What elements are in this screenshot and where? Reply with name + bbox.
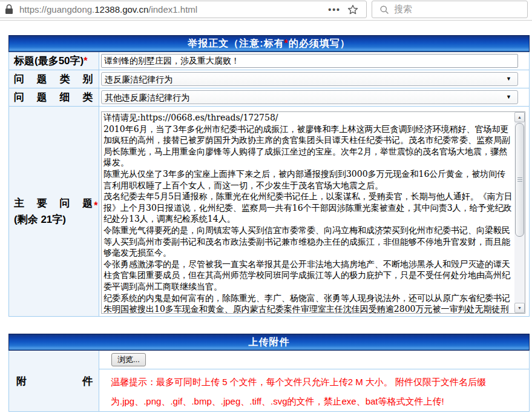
main-issue-label: 主 要 问 题: [9, 196, 93, 210]
attachment-label: 附: [16, 374, 27, 388]
subcategory-label: 问 题 细 类: [9, 90, 93, 104]
main-issue-label-cell: 主 要 问 题* (剩余 21字): [9, 107, 99, 316]
category-row: 问 题 类 别 违反廉洁纪律行为 ▼: [9, 70, 529, 88]
subcategory-label-cell: 问 题 细 类: [9, 88, 99, 106]
main-issue-content-cell: 详情请见:https://0668.es/threads/172758/ 201…: [99, 107, 529, 316]
report-form-header: 举报正文（注意:标有 * 的必须填写）: [8, 35, 530, 52]
search-bar[interactable]: 搜索: [372, 1, 528, 18]
attachment-label-cell: 附 件: [9, 351, 99, 411]
title-label-cell: 标题(最多50字)*: [9, 52, 99, 70]
address-bar[interactable]: https://guangdong.12388.gov.cn/index1.ht…: [0, 1, 367, 18]
upload-tip-row: 温馨提示：最多可同时上传 5 个文件，每个文件只允许上传2 M 大小。 附件仅限…: [99, 369, 529, 411]
attachment-label: 件: [82, 374, 93, 388]
main-issue-textarea[interactable]: 详情请见:https://0668.es/threads/172758/ 201…: [102, 112, 514, 313]
header-text: 的必须填写）: [289, 38, 350, 50]
lock-icon: [5, 4, 13, 15]
file-picker-row: 浏览...: [99, 351, 529, 369]
main-issue-row: 主 要 问 题* (剩余 21字) 详情请见:https://0668.es/t…: [9, 107, 529, 316]
search-placeholder: 搜索: [394, 4, 412, 15]
required-star: *: [94, 200, 97, 211]
title-input[interactable]: [101, 54, 518, 68]
chars-remaining: (剩余 21字): [9, 213, 66, 226]
main-issue-textarea-frame: 详情请见:https://0668.es/threads/172758/ 201…: [101, 111, 525, 314]
textarea-scrollbar[interactable]: ▲ ▼: [514, 112, 525, 313]
scroll-up-icon[interactable]: ▲: [514, 112, 525, 122]
report-form-body: 标题(最多50字)* 问 题 类 别 违反廉洁纪律行为 ▼ 问 题 细: [8, 52, 530, 317]
title-label: 标题(最多50字): [9, 54, 84, 68]
category-label: 问 题 类 别: [9, 72, 93, 86]
title-row: 标题(最多50字)*: [9, 52, 529, 70]
upload-tip-text: 温馨提示：最多可同时上传 5 个文件，每个文件只允许上传2 M 大小。 附件仅限…: [111, 377, 486, 406]
attachment-row: 附 件 浏览... 温馨提示：最多可同时上传 5 个文件，每个文件只允许上传2 …: [9, 351, 529, 411]
browser-toolbar: https://guangdong.12388.gov.cn/index1.ht…: [0, 0, 532, 21]
title-content-cell: [99, 52, 529, 70]
url-scheme: https://guangdong.: [19, 4, 94, 15]
required-star: *: [84, 56, 87, 67]
subcategory-select[interactable]: 其他违反廉洁纪律行为: [101, 90, 518, 104]
scrollbar-thumb[interactable]: [515, 123, 524, 237]
browse-button[interactable]: 浏览...: [111, 353, 146, 366]
url-path: /index1.html: [148, 4, 197, 15]
scroll-down-icon[interactable]: ▼: [514, 303, 525, 313]
header-text: 举报正文（注意:标有: [188, 38, 284, 50]
page-actions-icon[interactable]: •••: [328, 5, 341, 15]
attachment-form: 上传附件 附 件 浏览... 温馨提示：最多可同时上传 5 个文件，每个文件只允…: [8, 334, 530, 412]
category-content-cell: 违反廉洁纪律行为 ▼: [99, 70, 529, 88]
search-icon: [379, 5, 389, 15]
attachment-form-header: 上传附件: [8, 334, 530, 351]
subcategory-content-cell: 其他违反廉洁纪律行为 ▼: [99, 88, 529, 106]
report-form: 举报正文（注意:标有 * 的必须填写） 标题(最多50字)* 问 题 类 别 违…: [8, 35, 530, 317]
thumb-grip: [517, 177, 522, 182]
attachment-form-body: 附 件 浏览... 温馨提示：最多可同时上传 5 个文件，每个文件只允许上传2 …: [8, 351, 530, 412]
url-text[interactable]: https://guangdong.12388.gov.cn/index1.ht…: [19, 4, 328, 15]
category-label-cell: 问 题 类 别: [9, 70, 99, 88]
required-star: *: [284, 38, 289, 49]
bookmark-star-icon[interactable]: [347, 4, 359, 16]
category-select[interactable]: 违反廉洁纪律行为: [101, 72, 518, 86]
subcategory-row: 问 题 细 类 其他违反廉洁纪律行为 ▼: [9, 88, 529, 107]
attachment-content-cell: 浏览... 温馨提示：最多可同时上传 5 个文件，每个文件只允许上传2 M 大小…: [99, 351, 529, 411]
url-domain: 12388.gov.cn: [94, 4, 148, 15]
